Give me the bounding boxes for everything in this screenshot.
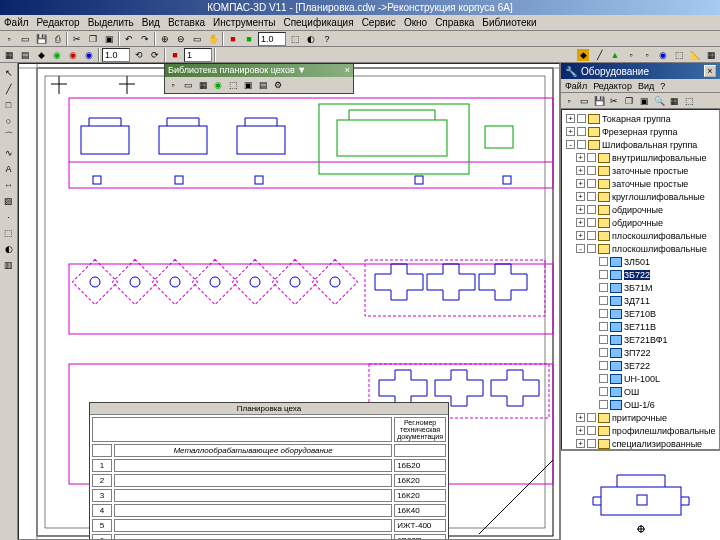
expand-icon[interactable]: + — [576, 426, 585, 435]
tb2r-icon[interactable]: ◆ — [576, 48, 590, 62]
tb2-icon[interactable]: ⟳ — [148, 48, 162, 62]
tb2r-icon[interactable]: ▦ — [704, 48, 718, 62]
eq-icon[interactable]: ▫ — [562, 94, 576, 108]
checkbox[interactable] — [577, 114, 586, 123]
menu-select[interactable]: Выделить — [88, 17, 134, 28]
lib-icon[interactable]: ▦ — [196, 78, 210, 92]
expand-icon[interactable]: + — [576, 192, 585, 201]
open-icon[interactable]: ▭ — [18, 32, 32, 46]
menu-view[interactable]: Вид — [142, 17, 160, 28]
panel-menu-file[interactable]: Файл — [565, 81, 587, 91]
library-panel-header[interactable]: Библиотека планировок цехов ▼ × — [165, 63, 353, 77]
checkbox[interactable] — [599, 374, 608, 383]
expand-icon[interactable]: - — [576, 244, 585, 253]
checkbox[interactable] — [599, 387, 608, 396]
eq-icon[interactable]: ▣ — [637, 94, 651, 108]
circle-icon[interactable]: ○ — [1, 113, 16, 128]
checkbox[interactable] — [577, 127, 586, 136]
tree-item[interactable]: ОШ — [564, 385, 717, 398]
menu-window[interactable]: Окно — [404, 17, 427, 28]
spline-icon[interactable]: ∿ — [1, 145, 16, 160]
expand-icon[interactable]: + — [576, 413, 585, 422]
drawing-canvas[interactable]: Библиотека планировок цехов ▼ × ▫ ▭ ▦ ◉ … — [18, 63, 560, 540]
paste-icon[interactable]: ▣ — [102, 32, 116, 46]
close-icon[interactable]: × — [704, 65, 716, 77]
color2-icon[interactable]: ■ — [242, 32, 256, 46]
expand-icon[interactable]: + — [566, 127, 575, 136]
help-icon[interactable]: ? — [320, 32, 334, 46]
lib-icon[interactable]: ◉ — [211, 78, 225, 92]
tree-item[interactable]: -Шлифовальная группа — [564, 138, 717, 151]
tree-item[interactable]: 3Б722 — [564, 268, 717, 281]
lib-icon[interactable]: ⬚ — [226, 78, 240, 92]
tree-item[interactable]: +заточные простые — [564, 177, 717, 190]
tool-icon[interactable]: ◐ — [1, 241, 16, 256]
tree-item[interactable]: +круглошлифовальные — [564, 190, 717, 203]
line-icon[interactable]: ╱ — [1, 81, 16, 96]
expand-icon[interactable]: + — [576, 205, 585, 214]
tree-item[interactable]: 3Л501 — [564, 255, 717, 268]
checkbox[interactable] — [587, 218, 596, 227]
width-input[interactable] — [258, 32, 286, 46]
tree-item[interactable]: 3Е711В — [564, 320, 717, 333]
checkbox[interactable] — [587, 179, 596, 188]
eq-icon[interactable]: ▭ — [577, 94, 591, 108]
tree-item[interactable]: +притирочные — [564, 411, 717, 424]
tree-item[interactable]: ОШ-1/6 — [564, 398, 717, 411]
eq-icon[interactable]: 🔍 — [652, 94, 666, 108]
lib-icon[interactable]: ▫ — [166, 78, 180, 92]
rect-icon[interactable]: □ — [1, 97, 16, 112]
expand-icon[interactable]: + — [576, 439, 585, 448]
redo-icon[interactable]: ↷ — [138, 32, 152, 46]
tb2-icon[interactable]: ◉ — [66, 48, 80, 62]
menu-libs[interactable]: Библиотеки — [482, 17, 536, 28]
expand-icon[interactable]: + — [576, 218, 585, 227]
undo-icon[interactable]: ↶ — [122, 32, 136, 46]
checkbox[interactable] — [599, 348, 608, 357]
checkbox[interactable] — [587, 426, 596, 435]
tb2-icon[interactable]: ◆ — [34, 48, 48, 62]
cut-icon[interactable]: ✂ — [70, 32, 84, 46]
eq-icon[interactable]: ❐ — [622, 94, 636, 108]
arrow-icon[interactable]: ↖ — [1, 65, 16, 80]
menu-edit[interactable]: Редактор — [37, 17, 80, 28]
tb2r-icon[interactable]: ▫ — [640, 48, 654, 62]
color1-icon[interactable]: ■ — [226, 32, 240, 46]
checkbox[interactable] — [599, 322, 608, 331]
tree-item[interactable]: 3Е721ВФ1 — [564, 333, 717, 346]
menu-spec[interactable]: Спецификация — [283, 17, 353, 28]
tree-item[interactable]: +Токарная группа — [564, 112, 717, 125]
tree-item[interactable]: +профилешлифовальные — [564, 424, 717, 437]
lib-icon[interactable]: ▤ — [256, 78, 270, 92]
tb2-icon[interactable]: ▤ — [18, 48, 32, 62]
checkbox[interactable] — [599, 400, 608, 409]
panel-menu-view[interactable]: Вид — [638, 81, 654, 91]
expand-icon[interactable]: + — [566, 114, 575, 123]
checkbox[interactable] — [587, 413, 596, 422]
eq-icon[interactable]: ✂ — [607, 94, 621, 108]
scale-input[interactable] — [102, 48, 130, 62]
text-icon[interactable]: A — [1, 161, 16, 176]
tb2r-icon[interactable]: ▫ — [624, 48, 638, 62]
checkbox[interactable] — [587, 244, 596, 253]
equipment-tree[interactable]: +Токарная группа+Фрезерная группа-Шлифов… — [561, 109, 720, 450]
checkbox[interactable] — [587, 166, 596, 175]
expand-icon[interactable]: + — [576, 231, 585, 240]
tb2-icon[interactable]: ◉ — [82, 48, 96, 62]
library-panel[interactable]: Библиотека планировок цехов ▼ × ▫ ▭ ▦ ◉ … — [164, 63, 354, 94]
tree-item[interactable]: +заточные простые — [564, 164, 717, 177]
checkbox[interactable] — [587, 231, 596, 240]
checkbox[interactable] — [599, 283, 608, 292]
tree-item[interactable]: 3Д711 — [564, 294, 717, 307]
zoom-in-icon[interactable]: ⊕ — [158, 32, 172, 46]
zoom-fit-icon[interactable]: ▭ — [190, 32, 204, 46]
tb2r-icon[interactable]: 📐 — [688, 48, 702, 62]
checkbox[interactable] — [599, 309, 608, 318]
line-input[interactable] — [184, 48, 212, 62]
tool-icon[interactable]: ▥ — [1, 257, 16, 272]
tool-icon[interactable]: ⬚ — [288, 32, 302, 46]
spec-panel[interactable]: Планировка цеха Рег.номертехническая док… — [89, 402, 449, 540]
tb2-icon[interactable]: ▦ — [2, 48, 16, 62]
print-icon[interactable]: ⎙ — [50, 32, 64, 46]
tree-item[interactable]: 3П722 — [564, 346, 717, 359]
